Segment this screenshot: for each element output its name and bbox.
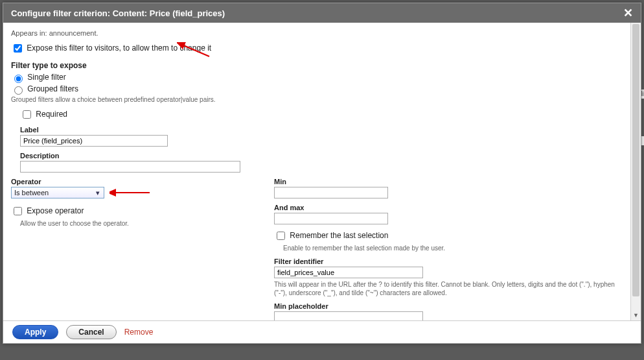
vertical-scrollbar[interactable]: ▲ ▼ xyxy=(630,23,641,320)
filter-type-heading: Filter type to expose xyxy=(11,61,623,70)
remember-label: Remember the last selection xyxy=(290,231,388,240)
expose-operator-checkbox[interactable] xyxy=(14,207,22,215)
chevron-down-icon: ▾ xyxy=(95,189,101,197)
cancel-button[interactable]: Cancel xyxy=(66,325,116,339)
expose-row: Expose this filter to visitors, to allow… xyxy=(11,42,623,54)
scrollbar-thumb[interactable] xyxy=(632,24,639,296)
remember-help: Enable to remember the last selection ma… xyxy=(283,244,623,252)
single-filter-label: Single filter xyxy=(27,73,65,82)
description-input[interactable] xyxy=(20,161,240,173)
annotation-arrow-operator xyxy=(109,187,155,198)
modal-button-bar: Apply Cancel Remove xyxy=(3,321,641,343)
operator-select[interactable]: Is between ▾ xyxy=(11,187,104,198)
remember-checkbox[interactable] xyxy=(277,232,285,240)
min-input[interactable] xyxy=(274,187,388,198)
identifier-input[interactable] xyxy=(274,267,423,278)
expose-operator-label: Expose operator xyxy=(27,206,84,215)
appears-in-text: Appears in: announcement. xyxy=(11,29,623,37)
expose-operator-help: Allow the user to choose the operator. xyxy=(20,219,255,228)
min-label: Min xyxy=(274,178,623,186)
remove-link[interactable]: Remove xyxy=(124,328,154,337)
identifier-label: Filter identifier xyxy=(274,258,623,265)
operator-label: Operator xyxy=(11,178,255,186)
modal-content: Appears in: announcement. Expose this fi… xyxy=(3,23,630,320)
grouped-filters-radio[interactable] xyxy=(14,86,23,95)
expose-label: Expose this filter to visitors, to allow… xyxy=(27,43,211,53)
label-input[interactable] xyxy=(20,135,168,147)
single-filter-radio[interactable] xyxy=(14,75,23,83)
modal-titlebar: Configure filter criterion: Content: Pri… xyxy=(3,3,641,23)
configure-filter-modal: Configure filter criterion: Content: Pri… xyxy=(3,3,641,344)
and-max-label: And max xyxy=(274,204,623,211)
scroll-down-icon[interactable]: ▼ xyxy=(631,310,641,320)
required-label: Required xyxy=(36,110,67,119)
identifier-help: This will appear in the URL after the ? … xyxy=(274,280,623,297)
description-field-label: Description xyxy=(20,152,623,160)
and-max-input[interactable] xyxy=(274,213,388,224)
close-icon[interactable]: ✕ xyxy=(623,7,633,19)
min-placeholder-label: Min placeholder xyxy=(274,302,623,310)
grouped-filters-label: Grouped filters xyxy=(27,84,78,93)
expose-checkbox[interactable] xyxy=(14,44,22,53)
operator-value: Is between xyxy=(14,189,49,197)
modal-title: Configure filter criterion: Content: Pri… xyxy=(11,8,225,18)
required-checkbox[interactable] xyxy=(23,110,31,119)
apply-button[interactable]: Apply xyxy=(12,325,58,339)
min-placeholder-input[interactable] xyxy=(274,311,423,320)
modal-body: Appears in: announcement. Expose this fi… xyxy=(3,23,641,321)
grouped-filters-help: Grouped filters allow a choice between p… xyxy=(11,96,623,103)
label-field-label: Label xyxy=(20,126,623,134)
